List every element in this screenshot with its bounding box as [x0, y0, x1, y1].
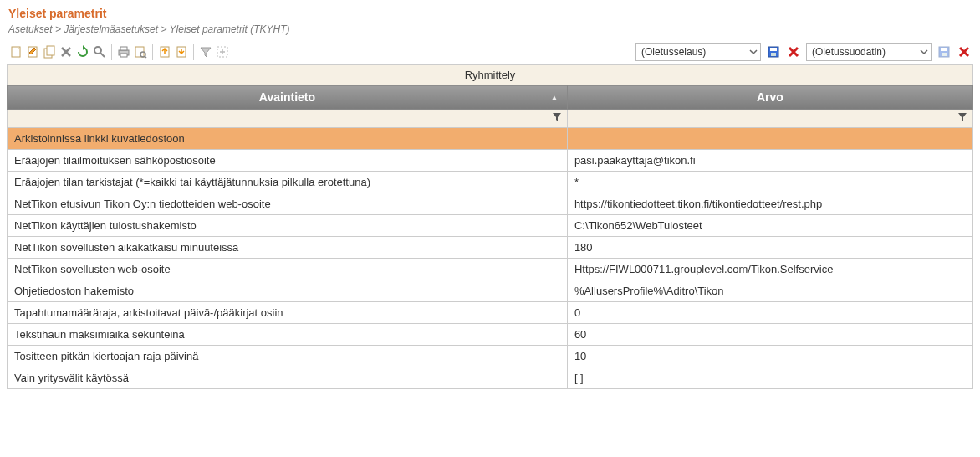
table-row[interactable]: Vain yritysvälit käytössä[ ] [8, 367, 973, 389]
cell-key[interactable]: Eräajojen tilailmoituksen sähköpostiosoi… [8, 150, 568, 172]
svg-rect-15 [771, 53, 776, 56]
import-icon[interactable] [174, 44, 189, 59]
cell-value[interactable]: pasi.paakayttaja@tikon.fi [567, 150, 972, 172]
table-row[interactable]: NetTikon käyttäjien tulostushakemistoC:\… [8, 215, 973, 237]
toolbar: (Oletusselaus) (Oletussuodatin) [7, 39, 973, 64]
cell-key[interactable]: Tekstihaun maksimiaika sekunteina [8, 324, 568, 346]
table-row[interactable]: Arkistoinnissa linkki kuvatiedostoon [8, 128, 973, 150]
svg-rect-18 [942, 53, 947, 56]
svg-rect-17 [941, 48, 947, 51]
search-icon[interactable] [92, 44, 107, 59]
page-title: Yleiset parametrit [7, 3, 973, 22]
cell-key[interactable]: Vain yritysvälit käytössä [8, 367, 568, 389]
toolbar-left [8, 44, 230, 60]
column-header-key[interactable]: Avaintieto ▲ [8, 85, 568, 110]
table-row[interactable]: Tekstihaun maksimiaika sekunteina60 [8, 324, 973, 346]
column-header-key-label: Avaintieto [259, 90, 315, 104]
chevron-down-icon [748, 47, 758, 57]
expand-icon[interactable] [215, 44, 230, 59]
save-browse-icon[interactable] [766, 44, 781, 59]
save-filter-icon[interactable] [937, 44, 952, 59]
funnel-icon[interactable] [957, 113, 967, 125]
filter-dropdown[interactable]: (Oletussuodatin) [806, 43, 932, 61]
table-row[interactable]: Ohjetiedoston hakemisto%AllusersProfile%… [8, 280, 973, 302]
cell-value[interactable]: Https://FIWL000711.grouplevel.com/Tikon.… [567, 259, 972, 280]
table-row[interactable]: NetTikon etusivun Tikon Oy:n tiedotteide… [8, 193, 973, 215]
print-preview-icon[interactable] [133, 44, 148, 59]
sort-ascending-icon: ▲ [550, 93, 559, 102]
svg-point-4 [94, 47, 101, 54]
toolbar-separator [193, 44, 194, 60]
copy-icon[interactable] [42, 44, 57, 59]
cell-key[interactable]: NetTikon etusivun Tikon Oy:n tiedotteide… [8, 193, 568, 215]
filter-cell-key[interactable] [8, 110, 568, 128]
breadcrumb: Asetukset > Järjestelmäasetukset > Yleis… [7, 22, 973, 39]
cell-value[interactable]: https://tikontiedotteet.tikon.fi/tikonti… [567, 193, 972, 215]
cell-key[interactable]: Tositteen pitkän kiertoajan raja päivinä [8, 346, 568, 367]
toolbar-separator [152, 44, 153, 60]
browse-dropdown[interactable]: (Oletusselaus) [635, 43, 761, 61]
svg-rect-7 [120, 54, 127, 57]
new-icon[interactable] [8, 44, 23, 59]
cell-value[interactable]: %AllusersProfile%\Aditro\Tikon [567, 280, 972, 302]
table-row[interactable]: NetTikon sovellusten web-osoiteHttps://F… [8, 259, 973, 280]
cell-key[interactable]: Tapahtumamääräraja, arkistoitavat päivä-… [8, 302, 568, 324]
cell-key[interactable]: NetTikon sovellusten aikakatkaisu minuut… [8, 237, 568, 259]
filter-toggle-icon[interactable] [198, 44, 213, 59]
delete-filter-icon[interactable] [957, 44, 972, 59]
cell-key[interactable]: Eräajojen tilan tarkistajat (*=kaikki ta… [8, 172, 568, 193]
cell-value[interactable]: 0 [567, 302, 972, 324]
cell-key[interactable]: NetTikon käyttäjien tulostushakemisto [8, 215, 568, 237]
browse-dropdown-label: (Oletusselaus) [641, 46, 706, 58]
toolbar-separator [111, 44, 112, 60]
cell-value[interactable]: * [567, 172, 972, 193]
toolbar-right: (Oletusselaus) (Oletussuodatin) [635, 43, 972, 61]
cell-key[interactable]: NetTikon sovellusten web-osoite [8, 259, 568, 280]
cell-value[interactable]: C:\Tikon652\WebTulosteet [567, 215, 972, 237]
table-row[interactable]: NetTikon sovellusten aikakatkaisu minuut… [8, 237, 973, 259]
cell-value[interactable]: 180 [567, 237, 972, 259]
table-row[interactable]: Tositteen pitkän kiertoajan raja päivinä… [8, 346, 973, 367]
group-bar[interactable]: Ryhmittely [7, 64, 973, 85]
cell-key[interactable]: Arkistoinnissa linkki kuvatiedostoon [8, 128, 568, 150]
cell-key[interactable]: Ohjetiedoston hakemisto [8, 280, 568, 302]
cell-value[interactable]: [ ] [567, 367, 972, 389]
filter-dropdown-label: (Oletussuodatin) [812, 46, 886, 58]
filter-cell-value[interactable] [567, 110, 972, 128]
print-icon[interactable] [116, 44, 131, 59]
column-header-value-label: Arvo [757, 90, 783, 104]
table-row[interactable]: Tapahtumamääräraja, arkistoitavat päivä-… [8, 302, 973, 324]
column-header-value[interactable]: Arvo [567, 85, 972, 110]
chevron-down-icon [919, 47, 929, 57]
table-row[interactable]: Eräajojen tilailmoituksen sähköpostiosoi… [8, 150, 973, 172]
parameters-grid: Avaintieto ▲ Arvo [7, 85, 973, 389]
export-icon[interactable] [157, 44, 172, 59]
cell-value[interactable]: 10 [567, 346, 972, 367]
refresh-icon[interactable] [75, 44, 90, 59]
svg-rect-6 [120, 47, 127, 50]
cell-value[interactable] [567, 128, 972, 150]
table-row[interactable]: Eräajojen tilan tarkistajat (*=kaikki ta… [8, 172, 973, 193]
funnel-icon[interactable] [552, 113, 562, 125]
cell-value[interactable]: 60 [567, 324, 972, 346]
edit-icon[interactable] [25, 44, 40, 59]
svg-rect-14 [770, 48, 777, 51]
delete-browse-icon[interactable] [786, 44, 801, 59]
delete-icon[interactable] [59, 44, 74, 59]
svg-rect-3 [47, 46, 54, 55]
